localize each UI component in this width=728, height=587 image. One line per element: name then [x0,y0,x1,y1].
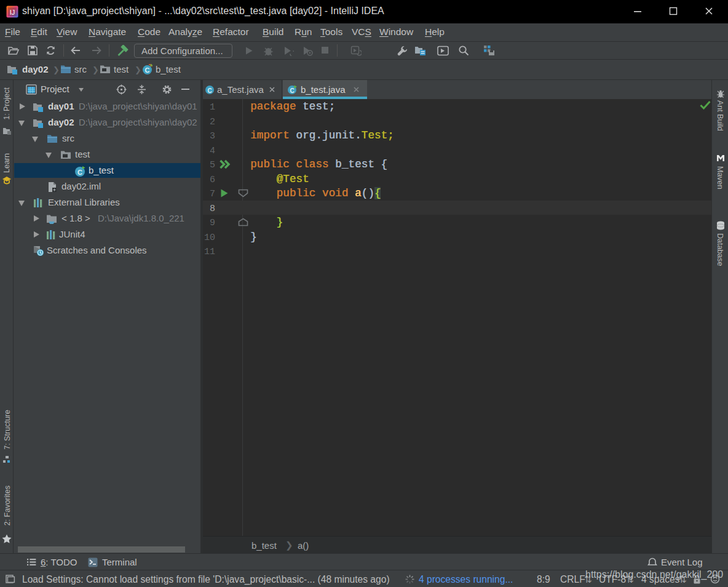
svg-text:IJ: IJ [10,9,15,16]
svg-text:C: C [207,87,212,94]
svg-text:C: C [77,169,82,176]
svg-text:C: C [145,66,150,74]
svg-text:C: C [290,87,294,94]
